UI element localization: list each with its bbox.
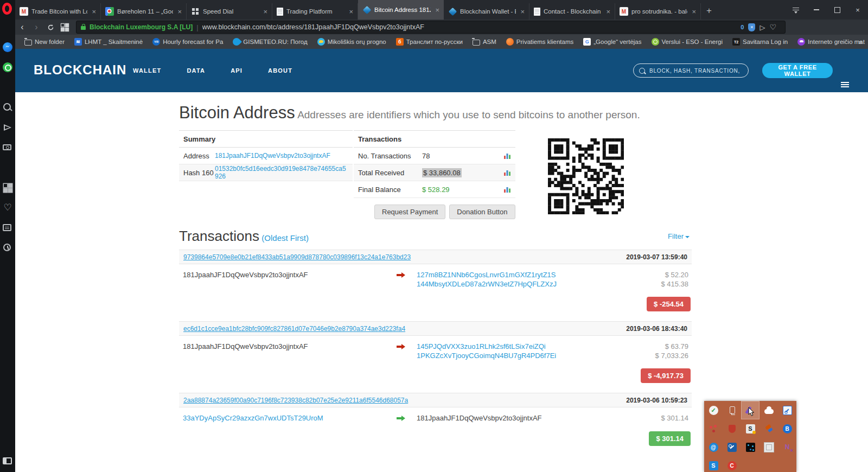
- output-address[interactable]: 127m8BZ1NNb6CgosLnvrG1mGXfZ1rytZ1S: [417, 271, 556, 279]
- tab-maps-boreholen[interactable]: Børeholen 11 – „Google“ ž ×: [101, 3, 187, 20]
- maximize-button[interactable]: [827, 0, 847, 20]
- hamburger-menu-icon[interactable]: [841, 82, 849, 87]
- sidebar-panel-toggle-icon[interactable]: [3, 457, 12, 464]
- bookmark-interneto-greitis[interactable]: Interneto greičio mat: [793, 38, 868, 46]
- n-cut-icon[interactable]: N: [783, 443, 792, 452]
- tab-close-icon[interactable]: ×: [519, 8, 526, 16]
- bookmark-savitarna[interactable]: Savitarna Log in: [727, 38, 793, 46]
- tray-cell[interactable]: [778, 401, 796, 419]
- s5-app-icon[interactable]: S: [746, 424, 755, 433]
- transaction-hash-link[interactable]: 9739864e5709e8e0b21ef8433ab51a9909d87878…: [183, 253, 411, 261]
- bookmark-lhmt[interactable]: LHMT _ Skaitmeninė: [69, 38, 148, 46]
- transaction-hash-link[interactable]: 2aa88874a23659f00a90c7196f8c723938c82b07…: [183, 397, 408, 404]
- bookmark-heart-icon[interactable]: ♡: [769, 23, 776, 31]
- output-address[interactable]: 144MbsytXDLeD87a2rWN3etZ7HpQFLZXzJ: [417, 280, 557, 288]
- chart-icon[interactable]: [503, 186, 511, 193]
- site-search-input[interactable]: [648, 67, 743, 74]
- tab-gmail-trade-bitcoin[interactable]: Trade Bitcoin with Lower E ×: [15, 3, 101, 20]
- bookmark-new-folder[interactable]: New folder: [20, 39, 69, 46]
- cleaner-brush-icon[interactable]: [764, 424, 774, 433]
- c-red-icon[interactable]: C: [727, 461, 737, 470]
- nav-about[interactable]: ABOUT: [268, 67, 292, 74]
- filter-dropdown[interactable]: Filter: [668, 232, 690, 240]
- tab-blockchain-wallet[interactable]: Blockchain Wallet - Exchan ×: [444, 3, 529, 20]
- back-button[interactable]: ‹: [15, 22, 29, 32]
- minimize-button[interactable]: [806, 0, 827, 20]
- my-flow-icon[interactable]: ▷: [760, 23, 765, 31]
- bookmarks-overflow-button[interactable]: »: [859, 38, 863, 46]
- tab-close-icon[interactable]: ×: [605, 8, 611, 16]
- get-free-wallet-button[interactable]: GET A FREE WALLET: [762, 63, 833, 78]
- cloud-icon[interactable]: [764, 409, 774, 414]
- close-button[interactable]: ×: [847, 0, 868, 20]
- sidebar-divider[interactable]: [0, 157, 15, 177]
- tab-close-icon[interactable]: ×: [348, 8, 354, 16]
- tray-cell[interactable]: S: [741, 419, 760, 438]
- tray-cell[interactable]: [760, 419, 778, 438]
- chip-icon[interactable]: [764, 442, 774, 452]
- site-search[interactable]: [633, 63, 749, 78]
- snapshot-icon[interactable]: [0, 137, 15, 157]
- search-icon[interactable]: [0, 97, 15, 117]
- bluetooth-icon[interactable]: B: [783, 424, 792, 433]
- nav-wallet[interactable]: WALLET: [133, 67, 161, 74]
- reload-button[interactable]: [43, 24, 58, 31]
- input-address[interactable]: 33aYDyApSyCr29azxzGn7wxUDTsT29UroM: [183, 414, 323, 422]
- tray-cell[interactable]: [760, 401, 778, 419]
- molecule-icon[interactable]: [709, 424, 718, 433]
- row-value[interactable]: 01532b0fc5d16eedc30d919e8478e74655ca5926: [215, 165, 348, 180]
- donation-button[interactable]: Donation Button: [449, 205, 515, 219]
- opera-logo-icon[interactable]: [2, 3, 12, 15]
- history-icon[interactable]: [0, 238, 15, 258]
- shield-wrench-icon[interactable]: [727, 443, 737, 452]
- tab-trading-platform[interactable]: Trading Platform ×: [272, 3, 358, 20]
- security-badge[interactable]: Blockchain Luxembourg S.A [LU]: [90, 23, 193, 31]
- new-tab-button[interactable]: +: [701, 5, 717, 20]
- personal-news-icon[interactable]: [0, 218, 15, 238]
- bookmark-gismeteo[interactable]: GISMETEO.RU: Погод: [228, 38, 312, 46]
- red-shield-icon[interactable]: [729, 425, 736, 433]
- usb-device-icon[interactable]: [727, 406, 737, 415]
- request-payment-button[interactable]: Request Payment: [374, 205, 445, 219]
- tray-cell[interactable]: B: [778, 419, 796, 438]
- speed-dial-button-icon[interactable]: [58, 23, 72, 31]
- output-address[interactable]: 1PKGZcXvTjooyCGoimqN4BU7gR4PD6f7Ei: [417, 352, 556, 360]
- chart-icon[interactable]: [503, 169, 511, 176]
- tray-cell[interactable]: [741, 401, 760, 419]
- tab-menu-icon[interactable]: [786, 0, 806, 20]
- tray-cell[interactable]: ✓: [704, 401, 723, 419]
- bookmarks-heart-icon[interactable]: [0, 197, 15, 218]
- bookmark-translit[interactable]: Транслит по-русски: [391, 38, 468, 46]
- tray-cell[interactable]: [741, 438, 760, 456]
- tab-close-icon[interactable]: ×: [262, 8, 269, 16]
- antivirus-shield-icon[interactable]: ✓: [709, 406, 718, 415]
- tray-cell[interactable]: [723, 401, 741, 419]
- tab-close-icon[interactable]: ×: [434, 6, 441, 14]
- output-address[interactable]: 181JpaahJF1DqQweVsbpv2to3ojjntxAF: [417, 414, 542, 422]
- tray-cell[interactable]: [723, 419, 741, 438]
- sort-order-label[interactable]: (Oldest First): [261, 233, 309, 243]
- sidebar-divider[interactable]: [0, 77, 15, 97]
- adblock-shield-icon[interactable]: ×: [748, 23, 755, 31]
- url-field[interactable]: Blockchain Luxembourg S.A [LU] | www.blo…: [76, 21, 786, 34]
- tab-close-icon[interactable]: ×: [691, 8, 697, 16]
- key-app-icon[interactable]: [783, 406, 792, 415]
- blockchain-logo[interactable]: BLOCKCHAIN: [34, 62, 126, 78]
- bookmark-asm[interactable]: ASM: [468, 39, 501, 46]
- tray-cell[interactable]: [760, 438, 778, 456]
- row-value[interactable]: 181JpaahJF1DqQweVsbpv2to3ojjntxAF: [215, 152, 330, 160]
- forward-button[interactable]: ›: [29, 22, 43, 32]
- network-app-icon[interactable]: [746, 443, 755, 452]
- input-address[interactable]: 181JpaahJF1DqQweVsbpv2to3ojjntxAF: [183, 271, 308, 279]
- tab-contact-blockchain[interactable]: Contact - Blockchain Cent ×: [529, 3, 615, 20]
- tab-bitcoin-address[interactable]: Bitcoin Address 181Jpaah. ×: [358, 0, 444, 20]
- tray-cell[interactable]: S: [704, 456, 723, 472]
- telegram-icon[interactable]: [0, 117, 15, 137]
- q-info-icon[interactable]: @: [709, 443, 718, 452]
- tab-speed-dial[interactable]: Speed Dial ×: [187, 3, 272, 20]
- tray-cell[interactable]: C: [723, 456, 741, 472]
- tray-cell[interactable]: [723, 438, 741, 456]
- transaction-hash-link[interactable]: ec6d1c1cce9ea1bfc28bfc909fc827861d07e704…: [183, 325, 405, 333]
- messenger-icon[interactable]: [0, 37, 15, 57]
- nav-data[interactable]: DATA: [187, 67, 205, 74]
